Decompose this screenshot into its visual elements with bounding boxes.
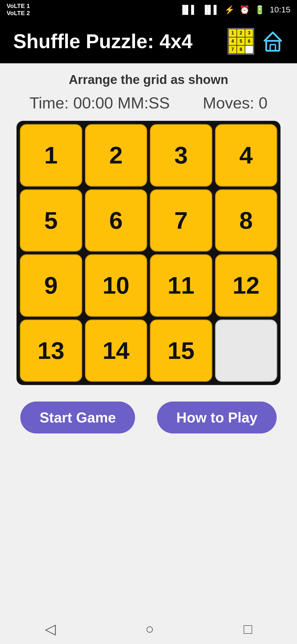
tile-7[interactable]: 7 [150, 189, 212, 252]
puzzle-container: 123456789101112131415 [0, 121, 297, 385]
how-to-play-button[interactable]: How to Play [157, 402, 277, 433]
page-title: Shuffle Puzzle: 4x4 [13, 30, 193, 53]
start-game-button[interactable]: Start Game [20, 402, 135, 433]
puzzle-grid: 123456789101112131415 [16, 121, 280, 385]
svg-rect-1 [270, 45, 275, 51]
time-label: Time: [29, 94, 69, 112]
tile-4[interactable]: 4 [215, 124, 277, 187]
mini-cell-6: 7 [229, 46, 237, 53]
alarm-icon: ⏰ [240, 5, 250, 15]
home-icon[interactable] [262, 30, 284, 52]
time-value: 00:00 MM:SS [73, 94, 170, 112]
home-button[interactable]: ○ [145, 621, 154, 637]
header-icons: 12345678 [228, 28, 284, 54]
moves-value: 0 [259, 94, 268, 112]
tile-1[interactable]: 1 [20, 124, 82, 187]
tile-8[interactable]: 8 [215, 189, 277, 252]
tile-10[interactable]: 10 [85, 254, 147, 317]
carrier2-label: VoLTE 2 [7, 10, 30, 17]
tile-9[interactable]: 9 [20, 254, 82, 317]
signal-icon: ▐▌▌ [179, 5, 197, 14]
time-stat: Time: 00:00 MM:SS [29, 94, 170, 112]
tile-5[interactable]: 5 [20, 189, 82, 252]
tile-15[interactable]: 15 [150, 320, 212, 382]
mini-cell-1: 2 [237, 29, 245, 37]
tile-12[interactable]: 12 [215, 254, 277, 317]
carrier1-label: VoLTE 1 [7, 2, 30, 10]
tile-13[interactable]: 13 [20, 320, 82, 382]
instruction-text: Arrange the grid as shown [0, 63, 297, 89]
status-bar: VoLTE 1 VoLTE 2 ▐▌▌ ▐▌▌ ⚡ ⏰ 🔋 10:15 [0, 0, 297, 19]
moves-label: Moves: [203, 94, 254, 112]
mini-cell-2: 3 [245, 29, 253, 37]
mini-cell-0: 1 [229, 29, 237, 37]
buttons-row: Start Game How to Play [0, 385, 297, 444]
mini-cell-7: 8 [237, 46, 245, 53]
signal2-icon: ▐▌▌ [202, 5, 219, 14]
tile-2[interactable]: 2 [85, 124, 147, 187]
time-display: 10:15 [270, 5, 290, 14]
tile-6[interactable]: 6 [85, 189, 147, 252]
tile-3[interactable]: 3 [150, 124, 212, 187]
recent-button[interactable]: □ [244, 621, 252, 637]
status-right: ▐▌▌ ▐▌▌ ⚡ ⏰ 🔋 10:15 [179, 5, 290, 15]
bottom-nav: ◁ ○ □ [0, 614, 297, 644]
battery-icon: 🔋 [255, 5, 265, 15]
stats-row: Time: 00:00 MM:SS Moves: 0 [0, 89, 297, 121]
back-button[interactable]: ◁ [45, 621, 56, 637]
moves-stat: Moves: 0 [203, 94, 268, 112]
usb-icon: ⚡ [224, 5, 235, 15]
mini-cell-4: 5 [237, 37, 245, 45]
mini-cell-8 [245, 46, 253, 53]
tile-14[interactable]: 14 [85, 320, 147, 382]
app-header: Shuffle Puzzle: 4x4 12345678 [0, 19, 297, 63]
mini-grid-preview: 12345678 [228, 28, 254, 54]
empty-tile [215, 320, 277, 382]
mini-cell-3: 4 [229, 37, 237, 45]
tile-11[interactable]: 11 [150, 254, 212, 317]
mini-cell-5: 6 [245, 37, 253, 45]
carrier-info: VoLTE 1 VoLTE 2 [7, 2, 30, 17]
svg-rect-0 [266, 41, 279, 51]
